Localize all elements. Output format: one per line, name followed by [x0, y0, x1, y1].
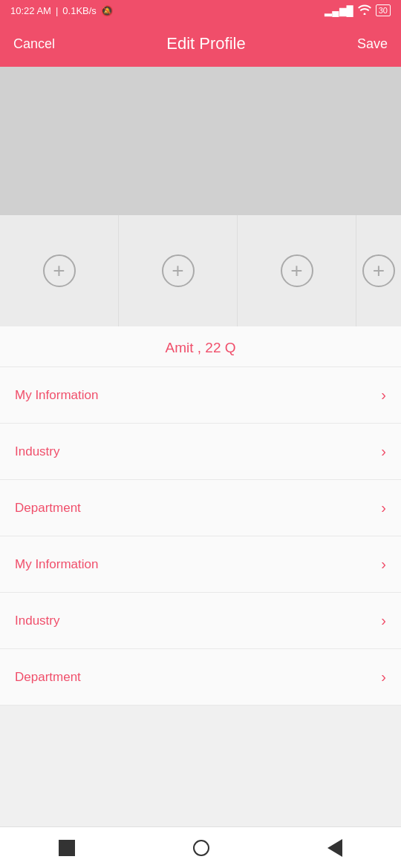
- add-photo-icon-3: +: [281, 254, 313, 287]
- recents-button[interactable]: [193, 840, 209, 856]
- menu-list: My Information › Industry › Department ›…: [0, 367, 401, 706]
- save-button[interactable]: Save: [357, 36, 388, 52]
- back-button[interactable]: [327, 839, 342, 857]
- status-right: ▂▄▆█ 30: [325, 4, 391, 17]
- menu-item-label: My Information: [15, 557, 98, 572]
- chevron-right-icon: ›: [381, 556, 386, 573]
- status-data-speed: 0.1KB/s: [62, 5, 97, 16]
- add-photo-icon-1: +: [43, 254, 76, 287]
- battery-icon: 30: [376, 4, 391, 16]
- photo-thumbnails-row: + + + +: [0, 215, 401, 326]
- page-title: Edit Profile: [166, 34, 245, 53]
- menu-item-my-information-1[interactable]: My Information ›: [0, 367, 401, 424]
- top-nav: Cancel Edit Profile Save: [0, 21, 401, 67]
- status-left: 10:22 AM | 0.1KB/s 🔕: [10, 5, 113, 16]
- chevron-right-icon: ›: [381, 443, 386, 460]
- menu-item-label: Industry: [15, 614, 59, 628]
- profile-name: Amit , 22 Q: [0, 326, 401, 367]
- menu-item-label: My Information: [15, 388, 98, 403]
- add-photo-icon-2: +: [162, 254, 195, 287]
- photo-thumb-3[interactable]: +: [238, 215, 356, 326]
- menu-item-label: Department: [15, 501, 81, 516]
- cover-photo[interactable]: [0, 67, 401, 215]
- status-bar: 10:22 AM | 0.1KB/s 🔕 ▂▄▆█ 30: [0, 0, 401, 21]
- home-button[interactable]: [59, 840, 75, 856]
- status-time: 10:22 AM: [10, 5, 51, 16]
- photo-thumb-4[interactable]: +: [356, 215, 401, 326]
- menu-item-industry-1[interactable]: Industry ›: [0, 424, 401, 480]
- status-network: |: [56, 5, 58, 16]
- back-triangle-icon: [327, 839, 342, 857]
- chevron-right-icon: ›: [381, 668, 386, 685]
- chevron-right-icon: ›: [381, 387, 386, 404]
- photo-thumb-2[interactable]: +: [119, 215, 238, 326]
- wifi-icon: [358, 4, 371, 17]
- bottom-nav: [0, 826, 401, 868]
- photo-thumb-1[interactable]: +: [0, 215, 119, 326]
- cancel-button[interactable]: Cancel: [13, 36, 55, 52]
- menu-item-department-1[interactable]: Department ›: [0, 480, 401, 536]
- circle-icon: [193, 840, 209, 856]
- square-icon: [59, 840, 75, 856]
- menu-item-label: Department: [15, 670, 81, 685]
- add-photo-icon-4: +: [362, 254, 395, 287]
- chevron-right-icon: ›: [381, 612, 386, 629]
- menu-item-industry-2[interactable]: Industry ›: [0, 593, 401, 649]
- signal-icon: ▂▄▆█: [325, 5, 353, 16]
- mute-icon: 🔕: [101, 5, 113, 16]
- chevron-right-icon: ›: [381, 499, 386, 516]
- menu-item-department-2[interactable]: Department ›: [0, 649, 401, 706]
- menu-item-label: Industry: [15, 444, 59, 459]
- menu-item-my-information-2[interactable]: My Information ›: [0, 536, 401, 593]
